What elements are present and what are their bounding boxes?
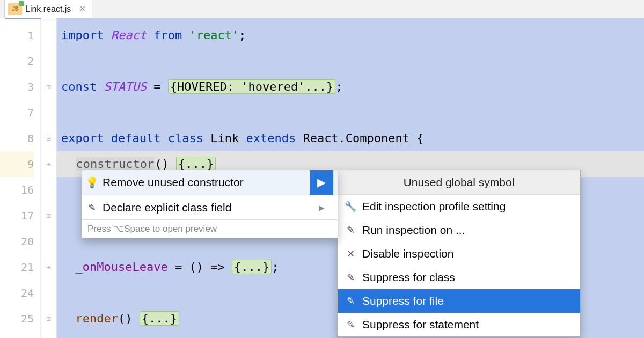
code-line[interactable]: export default class Link extends React.… bbox=[57, 126, 644, 151]
gutter: 1 2 3 7 8 9 16 17 20 21 24 25 37 bbox=[0, 18, 41, 338]
wand-icon: ✎ bbox=[345, 296, 356, 306]
code-line[interactable] bbox=[57, 100, 644, 126]
code-line[interactable] bbox=[57, 48, 644, 74]
line-number: 2 bbox=[0, 48, 34, 74]
fold-plus-icon[interactable]: ⊞ bbox=[41, 151, 56, 177]
line-number: 9 bbox=[0, 151, 34, 177]
wand-icon: ✎ bbox=[345, 225, 356, 236]
wand-icon: ✎ bbox=[86, 202, 97, 213]
line-number: 37 bbox=[0, 332, 34, 338]
submenu-label: Disable inspection bbox=[362, 247, 453, 260]
intention-item-declare-field[interactable]: ✎ Declare explicit class field ▸ bbox=[82, 195, 338, 219]
inspection-submenu-popup: Unused global symbol 🔧 Edit inspection p… bbox=[337, 170, 581, 337]
intention-label: Declare explicit class field bbox=[103, 201, 231, 214]
submenu-label: Run inspection on ... bbox=[362, 224, 465, 237]
lightbulb-icon: 💡 bbox=[86, 177, 97, 188]
line-number: 8 bbox=[0, 126, 34, 151]
line-number: 7 bbox=[0, 100, 34, 126]
submenu-item-suppress-file[interactable]: ✎ Suppress for file bbox=[338, 289, 580, 313]
code-line[interactable]: import React from 'react'; bbox=[57, 23, 644, 48]
submenu-item-edit-profile[interactable]: 🔧 Edit inspection profile setting bbox=[338, 195, 580, 218]
x-icon: ✕ bbox=[345, 248, 356, 259]
intention-label: Remove unused constructor bbox=[103, 176, 244, 189]
line-number: 16 bbox=[0, 177, 34, 203]
submenu-label: Suppress for class bbox=[362, 271, 455, 284]
line-number: 1 bbox=[0, 23, 34, 48]
submenu-label: Edit inspection profile setting bbox=[362, 200, 506, 213]
code-line[interactable]: const STATUS = {HOVERED: 'hovered'...}; bbox=[57, 74, 644, 100]
wand-icon: ✎ bbox=[345, 319, 356, 330]
intention-actions-popup: 💡 Remove unused constructor ▶ ✎ Declare … bbox=[82, 170, 338, 238]
line-number: 25 bbox=[0, 306, 34, 332]
fold-plus-icon[interactable]: ⊞ bbox=[41, 203, 56, 229]
popup-hint: Press ⌥Space to open preview bbox=[82, 219, 338, 238]
fold-plus-icon[interactable]: ⊞ bbox=[41, 306, 56, 332]
line-number: 24 bbox=[0, 280, 34, 306]
line-number: 20 bbox=[0, 229, 34, 254]
submenu-arrow-icon: ▶ bbox=[310, 170, 333, 195]
js-file-icon: JS bbox=[8, 3, 22, 15]
submenu-arrow-icon: ▸ bbox=[310, 195, 333, 220]
submenu-item-suppress-class[interactable]: ✎ Suppress for class bbox=[338, 266, 580, 289]
fold-minus-icon[interactable]: ⊟ bbox=[41, 126, 56, 151]
fold-end-icon[interactable]: ⊟ bbox=[41, 332, 56, 338]
submenu-item-disable-inspection[interactable]: ✕ Disable inspection bbox=[338, 242, 580, 266]
wand-icon: ✎ bbox=[345, 272, 356, 283]
submenu-item-suppress-statement[interactable]: ✎ Suppress for statement bbox=[338, 313, 580, 336]
close-icon[interactable]: × bbox=[79, 3, 85, 14]
submenu-label: Suppress for statement bbox=[362, 318, 479, 331]
fold-plus-icon[interactable]: ⊞ bbox=[41, 74, 56, 100]
intention-item-remove-constructor[interactable]: 💡 Remove unused constructor ▶ bbox=[82, 170, 338, 195]
submenu-item-run-inspection[interactable]: ✎ Run inspection on ... bbox=[338, 218, 580, 242]
tab-filename: Link.react.js bbox=[25, 4, 71, 14]
fold-column: ⊞ ⊟ ⊞ ⊞ ⊞ ⊞ ⊟ bbox=[41, 18, 57, 338]
tab-bar: JS Link.react.js × bbox=[0, 0, 644, 18]
popup-header: Unused global symbol bbox=[338, 170, 580, 195]
wrench-icon: 🔧 bbox=[345, 201, 356, 212]
file-tab[interactable]: JS Link.react.js × bbox=[4, 0, 92, 18]
fold-plus-icon[interactable]: ⊞ bbox=[41, 254, 56, 280]
submenu-label: Suppress for file bbox=[362, 295, 444, 307]
line-number: 17 bbox=[0, 203, 34, 229]
line-number: 3 bbox=[0, 74, 34, 100]
line-number: 21 bbox=[0, 254, 34, 280]
